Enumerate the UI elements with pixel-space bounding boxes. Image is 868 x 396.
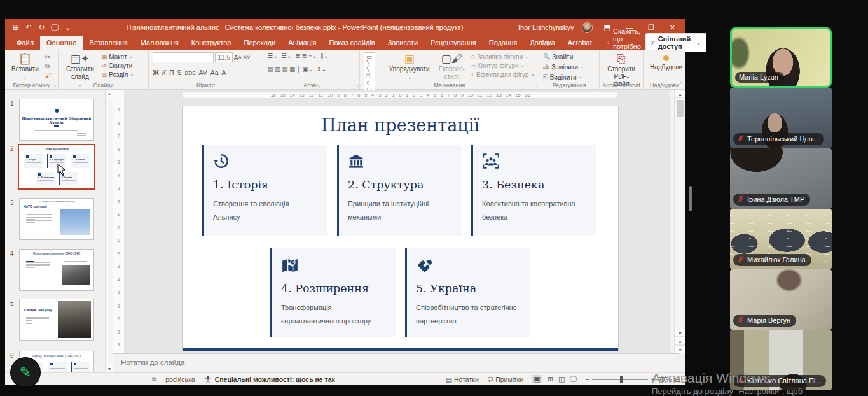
font-name-combo[interactable] bbox=[153, 52, 214, 62]
zoom-percentage[interactable]: 77% bbox=[658, 376, 672, 383]
paste-button[interactable]: 📋 Вставити⌄ bbox=[9, 52, 41, 81]
close-button[interactable]: ✕ bbox=[666, 24, 679, 32]
slide-thumbnail-4[interactable]: Передумови створення (1945-1949) bbox=[19, 249, 94, 291]
font-style-button-A[interactable]: A bbox=[222, 69, 226, 76]
editor-scrollbar[interactable]: ▲ ▼ ▲ ▼ bbox=[674, 90, 685, 353]
participants-scrollbar[interactable] bbox=[689, 186, 692, 211]
collapse-ribbon-button[interactable]: ⌃ bbox=[678, 81, 683, 88]
participant-video-5[interactable]: Марія Вергун bbox=[730, 269, 832, 330]
font-style-button-abc[interactable]: abc bbox=[185, 69, 196, 76]
reset-button[interactable]: ↺Скинути bbox=[102, 62, 134, 69]
tab-Рецензування[interactable]: Рецензування bbox=[424, 36, 483, 50]
plan-card-4[interactable]: 4. РозширенняТрансформаціяєвроатлантично… bbox=[270, 248, 396, 337]
align-buttons[interactable]: ▤ ▥ ▤ ▦ │ ▣⌄ ⇕⌄ bbox=[267, 66, 326, 73]
participant-video-2[interactable]: Тернопільський Цен... bbox=[730, 88, 832, 148]
plan-card-2[interactable]: 2. СтруктураПринципи та інституційнімеха… bbox=[337, 145, 462, 236]
format-painter-button[interactable]: 🖌 bbox=[45, 72, 52, 79]
layout-button[interactable]: ▦Макет⌄ bbox=[102, 53, 134, 60]
customize-qat-button[interactable]: ⌄ bbox=[65, 23, 71, 32]
ribbon-display-options-icon[interactable]: ⬒ bbox=[600, 24, 614, 32]
account-name[interactable]: Ihor Lishchynskyy bbox=[518, 24, 574, 31]
font-style-button-AV[interactable]: AV bbox=[198, 69, 207, 76]
scroll-down-icon[interactable]: ▼ bbox=[106, 365, 113, 372]
replace-button[interactable]: abЗамінити⌄ bbox=[543, 64, 584, 71]
list-buttons[interactable]: ☰⌄ ☱⌄ ≣ ≣ ≡⌄ ∥⌄ bbox=[267, 52, 328, 59]
cut-button[interactable]: ✂ bbox=[45, 53, 52, 60]
slide-thumbnail-1[interactable]: Північноатлантичний Оборонний Альянс bbox=[19, 99, 94, 141]
tab-Конструктор[interactable]: Конструктор bbox=[185, 36, 238, 50]
slide-title[interactable]: План презентації bbox=[183, 115, 618, 135]
tab-Довідка[interactable]: Довідка bbox=[523, 36, 561, 50]
font-style-button-П[interactable]: П bbox=[169, 69, 174, 76]
start-slideshow-button[interactable]: 🖵 bbox=[51, 23, 59, 32]
font-dialog-launcher[interactable]: ⌟ bbox=[259, 82, 262, 88]
previous-slide-button[interactable]: ▲ bbox=[675, 337, 685, 345]
normal-view-button[interactable]: ▣ bbox=[532, 375, 542, 383]
slide-thumbnail-3[interactable]: 1. Створення та еволюція АльянсуНАТО сьо… bbox=[19, 198, 94, 240]
participant-video-3[interactable]: Ірина Дзюла ТМР bbox=[730, 148, 832, 209]
copy-button[interactable]: ⧉ bbox=[45, 62, 52, 70]
annotation-pencil-button[interactable]: ✎ bbox=[11, 358, 40, 387]
participant-video-6[interactable]: Юзвенко Світлана Пі... bbox=[730, 330, 832, 390]
plan-card-5[interactable]: 5. УкраїнаСпівробітництво та стратегічне… bbox=[405, 248, 530, 337]
clipboard-dialog-launcher[interactable]: ⌟ bbox=[54, 82, 57, 88]
tab-Подання[interactable]: Подання bbox=[483, 36, 523, 50]
paragraph-dialog-launcher[interactable]: ⌟ bbox=[356, 82, 359, 88]
scroll-up-icon[interactable]: ▲ bbox=[675, 90, 685, 98]
arrange-button[interactable]: ▣ Упорядкувати⌄ bbox=[387, 52, 432, 81]
font-size-combo[interactable]: 13,5 bbox=[215, 52, 232, 62]
drawing-dialog-launcher[interactable]: ⌟ bbox=[535, 82, 537, 88]
redo-button[interactable]: ↻ bbox=[38, 23, 45, 32]
plan-card-3[interactable]: 3. БезпекаКолективна та кооперативнабезп… bbox=[471, 145, 596, 236]
shapes-more-button[interactable]: ⌵ bbox=[379, 63, 383, 69]
grow-font-button[interactable]: A˄ bbox=[234, 54, 242, 61]
zoom-slider[interactable] bbox=[592, 379, 648, 380]
tab-Малювання[interactable]: Малювання bbox=[134, 36, 185, 50]
notes-pane[interactable]: Нотатки до слайда bbox=[113, 353, 680, 372]
font-style-button-S[interactable]: S bbox=[177, 69, 181, 76]
zoom-slider-thumb[interactable] bbox=[620, 376, 623, 383]
section-button[interactable]: ▥Розділ⌄ bbox=[102, 71, 134, 78]
avatar[interactable] bbox=[582, 22, 593, 33]
participant-video-4[interactable]: Михайлюк Галина bbox=[730, 209, 832, 269]
language-indicator[interactable]: російська bbox=[165, 376, 195, 383]
select-button[interactable]: ⇱Виділити⌄ bbox=[543, 74, 584, 81]
fit-to-window-button[interactable]: ⊡ bbox=[675, 376, 680, 383]
tab-Вставлення[interactable]: Вставлення bbox=[83, 36, 134, 50]
shape-outline-button[interactable]: ▱Контур фігури⌄ bbox=[471, 62, 535, 69]
font-style-button-Aa[interactable]: Aa bbox=[210, 69, 219, 76]
shape-effects-button[interactable]: ◐Ефекти для фігур⌄ bbox=[471, 71, 535, 78]
tab-Записати[interactable]: Записати bbox=[382, 36, 424, 50]
addins-button[interactable]: Надбудови bbox=[647, 52, 685, 73]
shrink-font-button[interactable]: A˅ bbox=[243, 54, 250, 60]
zoom-out-button[interactable]: − bbox=[585, 376, 589, 383]
tell-me-box[interactable]: Скажіть, що потрібно зробити bbox=[607, 36, 645, 50]
thumbnail-scrollbar[interactable]: ▲ ▼ bbox=[105, 90, 113, 372]
tab-Показ слайдів[interactable]: Показ слайдів bbox=[323, 36, 382, 50]
display-settings-icon[interactable]: ⧉ bbox=[152, 376, 156, 383]
slide-canvas[interactable]: План презентації 1. ІсторіяСтворення та … bbox=[183, 106, 618, 351]
zoom-in-button[interactable]: + bbox=[651, 376, 655, 383]
font-style-button-Ж[interactable]: Ж bbox=[153, 69, 159, 76]
scrollbar-thumb[interactable] bbox=[677, 100, 684, 117]
tab-Файл[interactable]: Файл bbox=[10, 36, 40, 50]
tab-Переходи[interactable]: Переходи bbox=[237, 36, 282, 50]
scroll-up-icon[interactable]: ▲ bbox=[106, 90, 113, 97]
notes-toggle-button[interactable]: ▤ Нотатки bbox=[446, 376, 479, 383]
participant-video-1[interactable]: Mariia Lyzun bbox=[730, 27, 832, 88]
scroll-down-icon[interactable]: ▼ bbox=[675, 329, 685, 337]
font-style-button-К[interactable]: К bbox=[162, 69, 166, 76]
reading-view-button[interactable]: ◫ bbox=[558, 375, 565, 383]
slide-thumbnail-2[interactable]: План презентації1. Історія2. Структура3.… bbox=[18, 144, 95, 190]
slide-thumbnail-5[interactable]: 4 квітня 1949 року bbox=[19, 299, 94, 341]
shape-fill-button[interactable]: ◇Заливка фігури⌄ bbox=[471, 53, 535, 60]
undo-button[interactable]: ↶ bbox=[25, 23, 32, 32]
accessibility-checker[interactable]: Спеціальні можливості: щось не так bbox=[204, 376, 335, 383]
slideshow-view-button[interactable]: 🖵 bbox=[570, 375, 577, 383]
next-slide-button[interactable]: ▼ bbox=[675, 345, 685, 353]
tab-Основне[interactable]: Основне bbox=[40, 36, 83, 50]
restore-button[interactable]: ❐ bbox=[644, 24, 658, 32]
plan-card-1[interactable]: 1. ІсторіяСтворення та еволюціяАльянсу bbox=[202, 145, 327, 236]
tab-Анімація[interactable]: Анімація bbox=[282, 36, 322, 50]
zoom-control[interactable]: − + 77% ⊡ bbox=[585, 376, 680, 383]
